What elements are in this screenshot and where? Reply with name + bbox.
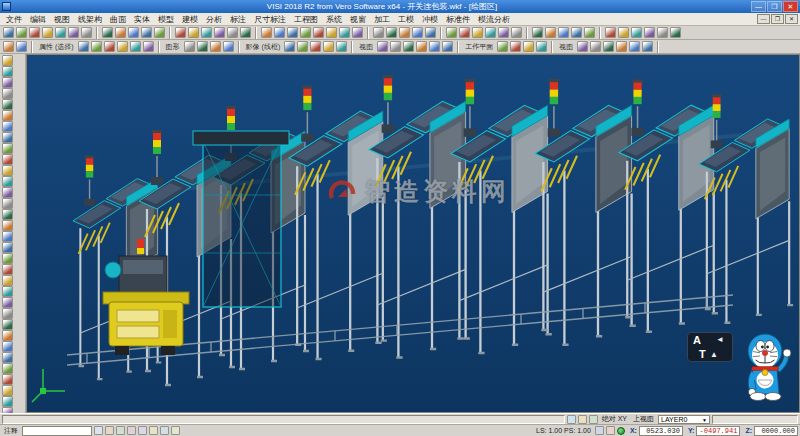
menu-item-17[interactable]: 标准件 xyxy=(442,14,474,25)
tool-icon[interactable] xyxy=(390,41,401,52)
center-snap-icon[interactable] xyxy=(116,426,125,435)
coordinate-mode-label[interactable]: 绝对 XY xyxy=(600,414,629,424)
tool-icon[interactable] xyxy=(657,27,668,38)
view-orientation-label[interactable]: 上视图 xyxy=(631,414,656,424)
tool-icon[interactable] xyxy=(603,41,614,52)
tool-icon[interactable] xyxy=(670,27,681,38)
tool-icon[interactable] xyxy=(442,41,453,52)
tool-icon[interactable] xyxy=(485,27,496,38)
tool-icon[interactable] xyxy=(78,41,89,52)
intersection-snap-icon[interactable] xyxy=(127,426,136,435)
tool-icon[interactable] xyxy=(29,27,40,38)
tool-icon[interactable] xyxy=(412,27,423,38)
tool-icon[interactable] xyxy=(2,242,13,253)
tool-icon[interactable] xyxy=(2,154,13,165)
tool-icon[interactable] xyxy=(339,27,350,38)
menu-item-3[interactable]: 线架构 xyxy=(74,14,106,25)
menu-item-15[interactable]: 工模 xyxy=(394,14,418,25)
tool-icon[interactable] xyxy=(128,27,139,38)
tool-icon[interactable] xyxy=(403,41,414,52)
tool-icon[interactable] xyxy=(631,27,642,38)
tool-icon[interactable] xyxy=(498,27,509,38)
tool-icon[interactable] xyxy=(2,352,13,363)
tool-icon[interactable] xyxy=(2,319,13,330)
tool-icon[interactable] xyxy=(2,132,13,143)
menu-item-14[interactable]: 加工 xyxy=(370,14,394,25)
tool-icon[interactable] xyxy=(2,363,13,374)
tool-icon[interactable] xyxy=(459,27,470,38)
tool-icon[interactable] xyxy=(425,27,436,38)
tool-icon[interactable] xyxy=(2,396,13,407)
tool-icon[interactable] xyxy=(616,41,627,52)
tool-icon[interactable] xyxy=(68,27,79,38)
tool-icon[interactable] xyxy=(2,99,13,110)
tool-icon[interactable] xyxy=(284,41,295,52)
tool-icon[interactable] xyxy=(571,27,582,38)
tool-icon[interactable] xyxy=(497,41,508,52)
tool-icon[interactable] xyxy=(2,286,13,297)
tool-icon[interactable] xyxy=(323,41,334,52)
machine-station-4[interactable] xyxy=(369,75,470,357)
tool-icon[interactable] xyxy=(386,27,397,38)
tool-icon[interactable] xyxy=(536,41,547,52)
tool-icon[interactable] xyxy=(2,385,13,396)
machine-station-3[interactable] xyxy=(289,86,387,359)
menu-item-12[interactable]: 系统 xyxy=(322,14,346,25)
menu-item-18[interactable]: 模流分析 xyxy=(474,14,514,25)
tool-icon[interactable] xyxy=(115,27,126,38)
tool-icon[interactable] xyxy=(141,27,152,38)
tool-icon[interactable] xyxy=(2,341,13,352)
ortho-icon[interactable] xyxy=(589,415,598,424)
cad-scene[interactable] xyxy=(27,55,799,412)
tool-icon[interactable] xyxy=(2,165,13,176)
tool-icon[interactable] xyxy=(287,27,298,38)
tool-icon[interactable] xyxy=(577,41,588,52)
tool-icon[interactable] xyxy=(523,41,534,52)
menu-item-5[interactable]: 实体 xyxy=(130,14,154,25)
units-icon[interactable] xyxy=(595,426,604,435)
doc-restore-button[interactable]: ❐ xyxy=(771,14,784,24)
layer-dropdown[interactable]: LAYER0 ▼ xyxy=(658,415,710,424)
tool-icon[interactable] xyxy=(102,27,113,38)
tool-icon[interactable] xyxy=(429,41,440,52)
close-button[interactable]: ✕ xyxy=(783,1,798,12)
tool-icon[interactable] xyxy=(511,27,522,38)
tool-icon[interactable] xyxy=(2,264,13,275)
tool-icon[interactable] xyxy=(42,27,53,38)
tool-icon[interactable] xyxy=(16,41,27,52)
tool-icon[interactable] xyxy=(2,77,13,88)
tool-icon[interactable] xyxy=(2,220,13,231)
menu-item-2[interactable]: 视图 xyxy=(50,14,74,25)
tool-icon[interactable] xyxy=(3,41,14,52)
tool-icon[interactable] xyxy=(446,27,457,38)
yellow-cart[interactable] xyxy=(103,239,189,355)
tool-icon[interactable] xyxy=(104,41,115,52)
tool-icon[interactable] xyxy=(2,121,13,132)
menu-item-10[interactable]: 尺寸标注 xyxy=(250,14,290,25)
tool-icon[interactable] xyxy=(197,41,208,52)
menu-item-9[interactable]: 标注 xyxy=(226,14,250,25)
nav-cube-widget[interactable]: A T ◄ ▲ xyxy=(687,332,733,362)
tool-icon[interactable] xyxy=(55,27,66,38)
minimize-button[interactable]: — xyxy=(751,1,766,12)
tool-icon[interactable] xyxy=(117,41,128,52)
tool-icon[interactable] xyxy=(240,27,251,38)
tool-icon[interactable] xyxy=(143,41,154,52)
tool-icon[interactable] xyxy=(510,41,521,52)
tool-icon[interactable] xyxy=(2,297,13,308)
point-snap-icon[interactable] xyxy=(94,426,103,435)
tool-icon[interactable] xyxy=(227,27,238,38)
workplane-icon[interactable] xyxy=(606,426,615,435)
tool-icon[interactable] xyxy=(642,41,653,52)
tool-icon[interactable] xyxy=(154,27,165,38)
snap-icon[interactable] xyxy=(567,415,576,424)
tool-icon[interactable] xyxy=(210,41,221,52)
tool-icon[interactable] xyxy=(2,187,13,198)
tool-icon[interactable] xyxy=(214,27,225,38)
tool-icon[interactable] xyxy=(2,253,13,264)
maximize-button[interactable]: ❐ xyxy=(767,1,782,12)
tool-icon[interactable] xyxy=(590,41,601,52)
tool-icon[interactable] xyxy=(223,41,234,52)
tool-icon[interactable] xyxy=(416,41,427,52)
tool-icon[interactable] xyxy=(2,209,13,220)
